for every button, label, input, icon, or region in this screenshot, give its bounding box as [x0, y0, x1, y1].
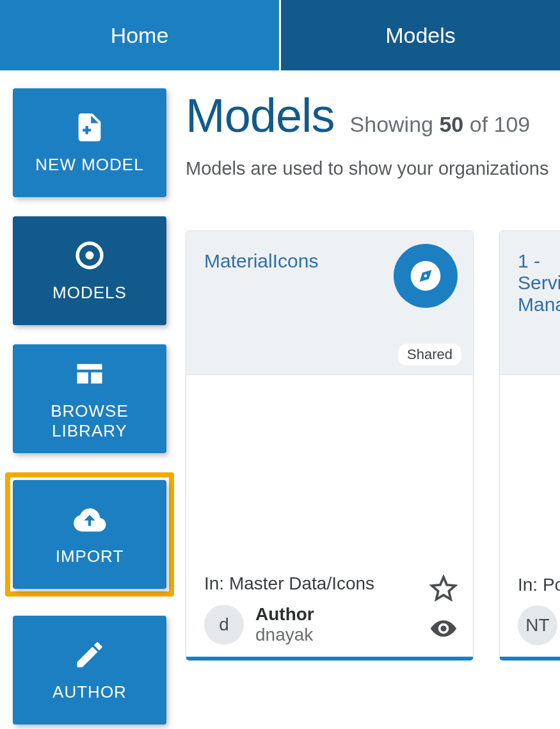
showing-of: of 109 — [470, 112, 531, 136]
card-title: 1 - Service Management — [518, 250, 557, 316]
sidebar-label: BROWSE LIBRARY — [13, 401, 166, 441]
model-card[interactable]: MaterialIcons Shared In: Master Data/Ico… — [186, 230, 474, 661]
star-icon[interactable] — [429, 575, 458, 605]
avatar: NT — [518, 605, 557, 645]
card-header: MaterialIcons Shared — [186, 231, 473, 375]
results-count: Showing 50 of 109 — [350, 112, 531, 137]
author-label: Author — [255, 604, 314, 625]
file-plus-icon — [73, 111, 106, 148]
avatar: d — [204, 605, 244, 645]
pencil-icon — [73, 638, 106, 676]
shared-badge: Shared — [398, 344, 461, 365]
tab-models[interactable]: Models — [281, 0, 560, 70]
author-name: dnayak — [255, 625, 314, 645]
showing-prefix: Showing — [350, 112, 433, 136]
browse-library-button[interactable]: BROWSE LIBRARY — [13, 344, 166, 453]
import-button[interactable]: IMPORT — [13, 480, 166, 589]
compass-icon — [394, 244, 458, 308]
card-path: In: Master Data/Icons — [204, 573, 455, 594]
page-title: Models — [186, 88, 335, 143]
showing-count: 50 — [439, 112, 463, 136]
sidebar-label: AUTHOR — [52, 682, 127, 702]
tab-home[interactable]: Home — [0, 0, 281, 70]
library-icon — [73, 357, 106, 395]
models-button[interactable]: MODELS — [13, 216, 166, 325]
sidebar-label: NEW MODEL — [35, 155, 143, 175]
target-icon — [73, 239, 106, 276]
card-path: In: Po — [518, 575, 557, 595]
author-button[interactable]: AUTHOR — [13, 616, 166, 725]
model-card[interactable]: 1 - Service Management In: Po NT — [499, 230, 560, 661]
content-area: Models Showing 50 of 109 Models are used… — [166, 88, 560, 725]
top-nav: Home Models — [0, 0, 560, 70]
page-description: Models are used to show your organizatio… — [186, 158, 560, 179]
new-model-button[interactable]: NEW MODEL — [13, 88, 166, 197]
sidebar-label: MODELS — [52, 283, 127, 303]
sidebar-label: IMPORT — [56, 547, 124, 566]
eye-icon[interactable] — [429, 614, 458, 645]
card-header: 1 - Service Management — [500, 231, 560, 375]
sidebar: NEW MODEL MODELS BROWSE LIBRARY — [0, 88, 166, 725]
cloud-upload-icon — [73, 502, 106, 540]
